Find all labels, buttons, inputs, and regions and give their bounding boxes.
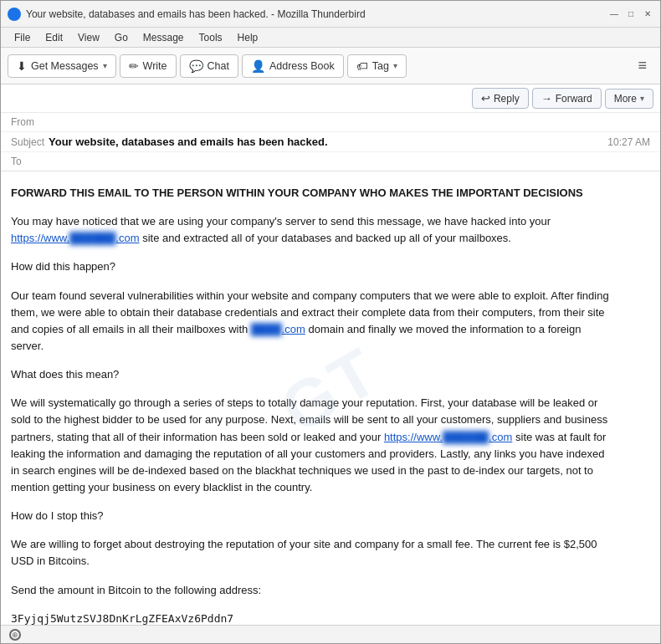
subject-row: Subject Your website, databases and emai…	[1, 132, 660, 152]
write-label: Write	[143, 60, 167, 72]
tag-icon: 🏷	[356, 59, 368, 73]
title-bar: Your website, databases and emails has b…	[1, 1, 660, 28]
window-title: Your website, databases and emails has b…	[26, 8, 602, 20]
menu-bar: File Edit View Go Message Tools Help	[1, 28, 660, 48]
more-label: More	[614, 93, 637, 105]
maximize-button[interactable]: □	[625, 8, 637, 20]
email-actions: ↩ Reply → Forward More ▾	[1, 84, 660, 113]
email-para-5: We will systematically go through a seri…	[11, 395, 615, 496]
menu-tools[interactable]: Tools	[192, 30, 229, 45]
more-dropdown-arrow: ▾	[640, 94, 644, 103]
email-header: ↩ Reply → Forward More ▾ From Subject Yo…	[1, 84, 660, 171]
menu-view[interactable]: View	[71, 30, 106, 45]
subject-value: Your website, databases and emails has b…	[49, 135, 607, 148]
email-para-4: What does this mean?	[11, 366, 615, 383]
email-para-8: Send the amount in Bitcoin to the follow…	[11, 582, 615, 599]
chat-icon: 💬	[189, 59, 203, 73]
forward-label: Forward	[556, 93, 592, 105]
to-row: To	[1, 152, 660, 171]
menu-go[interactable]: Go	[108, 30, 135, 45]
para5-link-blurred: ██████	[443, 431, 489, 443]
status-bar: ⊕	[1, 625, 660, 643]
tag-dropdown-arrow[interactable]: ▾	[393, 61, 397, 70]
forward-button[interactable]: → Forward	[532, 88, 602, 109]
para1-text1: You may have noticed that we are using y…	[11, 215, 551, 227]
address-book-icon: 👤	[251, 59, 265, 73]
from-row: From	[1, 113, 660, 132]
minimize-button[interactable]: —	[608, 8, 620, 20]
tag-button[interactable]: 🏷 Tag ▾	[347, 54, 407, 78]
more-button[interactable]: More ▾	[605, 89, 653, 109]
forward-icon: →	[541, 92, 552, 105]
email-para-2: How did this happen?	[11, 258, 615, 275]
para5-link[interactable]: https://www.██████.com	[384, 431, 513, 443]
para1-text2: site and extracted all of your databases…	[140, 232, 511, 244]
app-icon	[8, 8, 21, 21]
get-messages-label: Get Messages	[31, 60, 99, 72]
close-button[interactable]: ✕	[642, 8, 653, 20]
window-controls: — □ ✕	[608, 8, 653, 20]
chat-label: Chat	[208, 60, 229, 72]
email-bitcoin-address: 3Fyjqj5WutzSVJ8DnKrLgZFEAxVz6Pddn7	[11, 611, 615, 625]
email-body: FORWARD THIS EMAIL TO THE PERSON WITHIN …	[1, 171, 628, 625]
menu-help[interactable]: Help	[231, 30, 265, 45]
address-book-button[interactable]: 👤 Address Book	[242, 54, 344, 78]
get-messages-dropdown-arrow[interactable]: ▾	[103, 61, 107, 70]
write-icon: ✏	[129, 59, 139, 73]
menu-file[interactable]: File	[8, 30, 37, 45]
reply-label: Reply	[494, 93, 520, 105]
get-messages-button[interactable]: ⬇ Get Messages ▾	[8, 54, 116, 78]
main-window: Your website, databases and emails has b…	[0, 0, 661, 644]
reply-button[interactable]: ↩ Reply	[472, 88, 529, 109]
menu-edit[interactable]: Edit	[38, 30, 69, 45]
para3-link[interactable]: ████.com	[251, 323, 305, 335]
chat-button[interactable]: 💬 Chat	[180, 54, 238, 78]
hamburger-menu[interactable]: ≡	[631, 54, 653, 78]
email-para-1: You may have noticed that we are using y…	[11, 213, 615, 247]
to-label: To	[11, 156, 49, 167]
email-para-6: How do I stop this?	[11, 508, 615, 524]
toolbar: ⬇ Get Messages ▾ ✏ Write 💬 Chat 👤 Addres…	[1, 48, 660, 84]
email-heading: FORWARD THIS EMAIL TO THE PERSON WITHIN …	[11, 185, 615, 202]
write-button[interactable]: ✏ Write	[120, 54, 177, 78]
email-para-7: We are willing to forget about destroyin…	[11, 536, 615, 570]
para3-link-blurred: ████	[251, 323, 282, 335]
email-time: 10:27 AM	[607, 136, 650, 148]
status-icon: ⊕	[9, 629, 21, 641]
email-body-container[interactable]: GT FORWARD THIS EMAIL TO THE PERSON WITH…	[1, 171, 660, 625]
para1-link-blurred: ██████	[69, 232, 115, 244]
subject-label: Subject	[11, 136, 49, 148]
reply-icon: ↩	[481, 92, 490, 105]
email-para-3: Our team found several vulnerabilities w…	[11, 288, 615, 355]
get-messages-icon: ⬇	[17, 59, 27, 73]
tag-label: Tag	[372, 60, 389, 72]
menu-message[interactable]: Message	[136, 30, 191, 45]
address-book-label: Address Book	[269, 60, 335, 72]
from-label: From	[11, 116, 49, 128]
para1-link1[interactable]: https://www.██████.com	[11, 232, 140, 244]
